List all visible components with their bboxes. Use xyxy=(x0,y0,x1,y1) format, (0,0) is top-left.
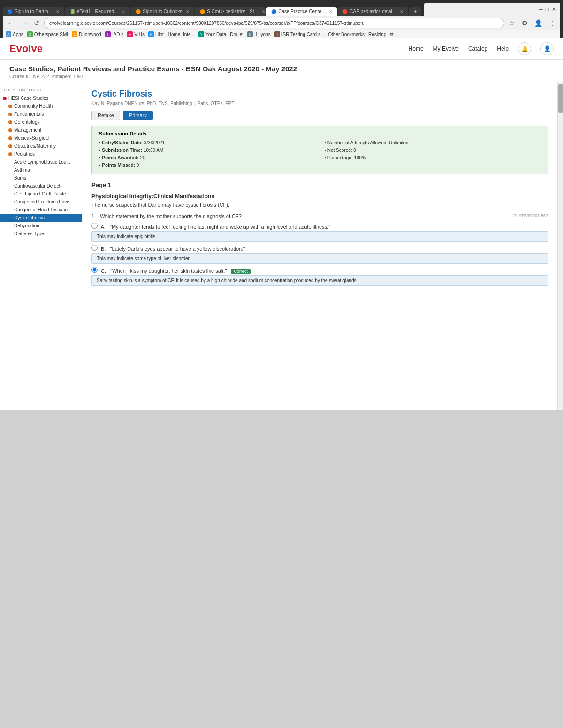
browser-tab-1[interactable]: 🔵 Sign in to Dartm... ✕ xyxy=(3,7,64,16)
sidebar-item-cleft[interactable]: Cleft Lip and Cleft Palate xyxy=(0,190,82,198)
community-dot xyxy=(8,105,12,108)
forward-button[interactable]: → xyxy=(19,18,29,28)
sidebar-item-asthma[interactable]: Asthma xyxy=(0,166,82,174)
user-icon[interactable]: 👤 xyxy=(540,42,554,55)
question-block: 1. Which statement by the mother support… xyxy=(91,213,548,286)
sidebar-item-cystic-fibrosis[interactable]: Cystic Fibrosis xyxy=(0,214,82,222)
course-header: Case Studies, Patient Reviews and Practi… xyxy=(0,60,563,82)
isr-icon: I xyxy=(274,31,280,37)
sidebar-item-congenital[interactable]: Congenital Heart Disease xyxy=(0,206,82,214)
address-bar[interactable] xyxy=(44,18,504,28)
browser-max[interactable]: □ xyxy=(546,6,549,13)
hint-icon: H xyxy=(148,31,154,37)
retake-button[interactable]: Retake xyxy=(91,111,120,120)
notifications-icon[interactable]: 🔔 xyxy=(518,42,531,55)
bookmark-other[interactable]: Other Bookmarks xyxy=(328,32,365,37)
management-dot xyxy=(8,128,12,132)
back-button[interactable]: ← xyxy=(6,18,16,28)
new-tab-button[interactable]: + xyxy=(409,7,421,16)
iad-icon: I xyxy=(105,31,111,37)
sidebar-item-pediatrics[interactable]: Pediatrics xyxy=(0,150,82,158)
nav-my-evolve[interactable]: My Evolve xyxy=(433,45,459,52)
answer-feedback-b: This may indicate some type of liver dis… xyxy=(91,253,548,264)
scroll-thumb[interactable] xyxy=(558,84,563,113)
tab-close-3[interactable]: ✕ xyxy=(186,9,190,14)
browser-tabs: 🔵 Sign in to Dartm... ✕ 📗 eText1 - Requi… xyxy=(3,3,560,16)
sidebar-item-gerontology[interactable]: Gerontology xyxy=(0,118,82,126)
evolve-header: Evolve Home My Evolve Catalog Help 🔔 👤 xyxy=(0,38,563,60)
submission-not-scored: • Not Scored: 0 xyxy=(325,147,541,154)
tab-close-4[interactable]: ✕ xyxy=(262,9,266,14)
answer-option-a: A. "My daughter tends to feel feeling fi… xyxy=(91,223,548,242)
sidebar-item-acute[interactable]: Acute Lymphoblastic Lou... xyxy=(0,158,82,166)
answer-label-b: B. "Lately Dario's eyes appear to have a… xyxy=(91,245,548,252)
bookmark-isr[interactable]: I ISR Testing Card s... xyxy=(274,31,325,37)
bookmark-dunnwood[interactable]: D Dunnwood xyxy=(72,31,101,37)
browser-min[interactable]: ─ xyxy=(539,6,543,13)
bookmark-vihs[interactable]: V VIHs xyxy=(127,31,145,37)
page-label: Page 1 xyxy=(91,181,548,188)
browser-chrome: 🔵 Sign in to Dartm... ✕ 📗 eText1 - Requi… xyxy=(0,0,563,38)
nav-help[interactable]: Help xyxy=(497,45,509,52)
browser-tab-4[interactable]: 🟠 S Cmt > pediatrics - St... ✕ xyxy=(195,7,266,16)
refresh-button[interactable]: ↺ xyxy=(32,18,41,28)
apps-icon: A xyxy=(6,31,11,37)
browser-tab-2[interactable]: 📗 eText1 - Required... ✕ xyxy=(65,7,130,16)
sidebar-item-hesi[interactable]: HESI Case Studies xyxy=(0,94,82,102)
browser-tab-6[interactable]: 🔴 CAE pediatrics detai... ✕ xyxy=(338,7,408,16)
sidebar-item-cardiovascular[interactable]: Cardiovascular Defect xyxy=(0,182,82,190)
bookmark-star[interactable]: ☆ xyxy=(507,18,517,28)
nav-home[interactable]: Home xyxy=(409,45,424,52)
browser-close[interactable]: ✕ xyxy=(552,6,556,13)
menu-button[interactable]: ⋮ xyxy=(547,18,557,28)
answer-radio-c[interactable] xyxy=(91,267,98,273)
answer-radio-a[interactable] xyxy=(91,223,98,229)
sidebar-item-burns[interactable]: Burns xyxy=(0,174,82,182)
bookmark-iad[interactable]: I IAD s xyxy=(105,31,123,37)
answer-label-c: C. "When I kiss my daughter, her skin ta… xyxy=(91,267,548,274)
tab-close-1[interactable]: ✕ xyxy=(56,9,60,14)
correct-badge: Correct xyxy=(231,269,251,274)
answer-option-c: C. "When I kiss my daughter, her skin ta… xyxy=(91,267,548,286)
answer-radio-b[interactable] xyxy=(91,245,98,251)
answer-feedback-a: This may indicate epiglottitis. xyxy=(91,231,548,242)
sidebar-item-dehydration[interactable]: Dehydration xyxy=(0,222,82,230)
sidebar-item-obstetrics[interactable]: Obstetrics/Maternity xyxy=(0,142,82,150)
tab-close-6[interactable]: ✕ xyxy=(400,9,403,14)
submission-missed: • Points Missed: 0 xyxy=(99,162,315,169)
sidebar-item-management[interactable]: Management xyxy=(0,126,82,134)
submission-grid: • Entry/Status Date: 3/38/2021 • Submiss… xyxy=(99,139,540,169)
tab-close-5[interactable]: ✕ xyxy=(329,9,333,14)
question-body: Which statement by the mother supports t… xyxy=(100,213,241,219)
evolve-nav: Home My Evolve Catalog Help 🔔 👤 xyxy=(409,42,554,55)
tab-close-2[interactable]: ✕ xyxy=(122,9,125,14)
otherspace-icon: O xyxy=(27,31,33,37)
evolve-logo: Evolve xyxy=(9,43,43,55)
primary-button[interactable]: Primary xyxy=(123,111,153,120)
bookmark-apps[interactable]: A Apps xyxy=(6,31,23,37)
sidebar-item-community[interactable]: Community Health xyxy=(0,102,82,110)
nav-catalog[interactable]: Catalog xyxy=(468,45,487,52)
sidebar-item-fracture[interactable]: Compound Fracture (Pave... xyxy=(0,198,82,206)
answer-label-a: A. "My daughter tends to feel feeling fi… xyxy=(91,223,548,230)
ilyons-icon: II xyxy=(247,31,253,37)
bookmark-hint[interactable]: H Hint - Home, Inte... xyxy=(148,31,195,37)
scroll-track[interactable] xyxy=(557,82,563,410)
bookmark-yourdata[interactable]: Y Your Data | Doulet xyxy=(198,31,243,37)
bookmark-otherspace[interactable]: O Otherspace SMI xyxy=(27,31,68,37)
fundamentals-dot xyxy=(8,113,12,116)
extensions-button[interactable]: ⚙ xyxy=(520,18,530,28)
bookmark-ilyons[interactable]: II II Lyons xyxy=(247,31,271,37)
sidebar-item-fundamentals[interactable]: Fundamentals xyxy=(0,110,82,118)
bookmark-resizing[interactable]: Resizing list xyxy=(368,32,393,37)
section-text: The nurse suspects that Dario may have c… xyxy=(91,202,548,208)
profile-button[interactable]: 👤 xyxy=(533,18,544,28)
browser-tab-3[interactable]: 🟠 Sign in to Outlooks ✕ xyxy=(131,7,194,16)
gerontology-dot xyxy=(8,120,12,124)
medical-dot xyxy=(8,136,12,140)
sidebar-item-medical[interactable]: Medical-Surgical xyxy=(0,134,82,142)
submission-right: • Number of Attempts Allowed: Unlimited … xyxy=(325,139,541,169)
browser-tab-5[interactable]: 🔵 Case Practice Cente... ✕ xyxy=(266,7,337,16)
content-subtitle: Kay N. Pagana DNPNurs, PhD, TNS, Publish… xyxy=(91,101,548,106)
sidebar-item-diabetes[interactable]: Diabetes Type I xyxy=(0,230,82,238)
